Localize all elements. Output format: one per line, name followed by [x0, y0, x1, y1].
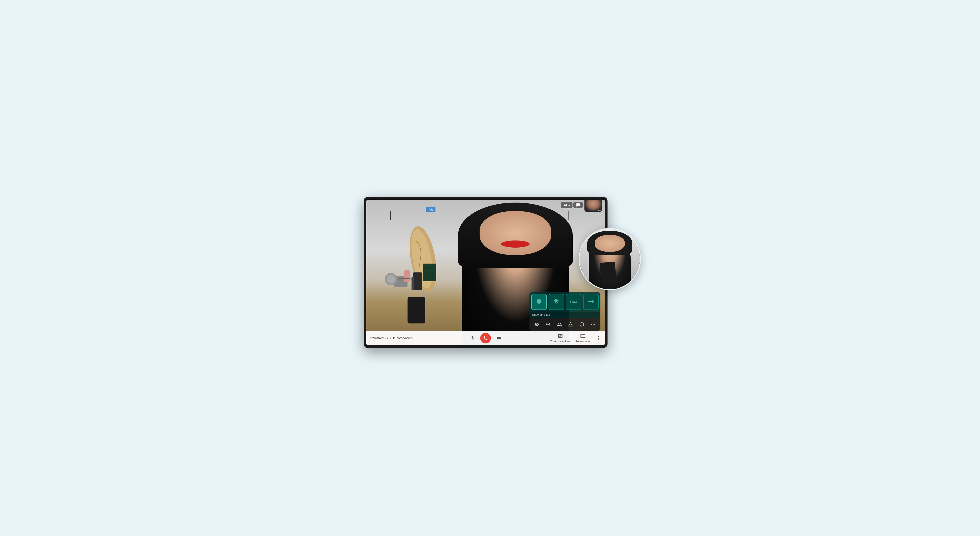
avatar-face: [595, 235, 625, 252]
ar-triangle-button[interactable]: [566, 319, 575, 329]
ar-expand-button[interactable]: [583, 294, 599, 310]
bottom-right-actions: Turn on captions Present now: [550, 333, 601, 343]
chat-button[interactable]: [573, 202, 583, 208]
presenter-face: [480, 211, 551, 255]
captions-icon: [557, 333, 563, 339]
ar-bottom-label: Show-and-tell —: [530, 312, 600, 318]
meeting-title-area: brainstorm G Suite coronavirus: [370, 336, 417, 340]
ar-eye-button[interactable]: [532, 319, 542, 329]
svg-rect-6: [413, 273, 422, 290]
ar-people-button[interactable]: [555, 319, 564, 329]
avatar-phone: [600, 262, 617, 284]
present-icon: [580, 333, 586, 339]
top-bar: 5 You: [366, 200, 605, 210]
svg-point-23: [593, 324, 593, 325]
svg-marker-16: [592, 300, 594, 303]
captions-button[interactable]: Turn on captions: [550, 333, 570, 343]
bottom-center-controls: [467, 333, 504, 343]
laptop-screen: AR 5: [366, 200, 605, 345]
svg-point-27: [598, 339, 599, 340]
more-options-button[interactable]: [595, 335, 601, 341]
ar-top-row: X-RAY: [530, 292, 600, 312]
chevron-up-icon: [414, 337, 417, 340]
show-and-tell-label: Show-and-tell: [532, 313, 550, 316]
present-now-label: Present now: [575, 340, 590, 343]
ar-xray-button[interactable]: X-RAY: [566, 294, 581, 310]
laptop: AR 5: [364, 197, 608, 348]
camera-button[interactable]: [493, 333, 504, 343]
participants-button[interactable]: 5: [561, 202, 573, 208]
svg-point-18: [547, 324, 549, 325]
svg-point-24: [594, 324, 595, 325]
ar-collapse-button[interactable]: —: [595, 313, 598, 316]
more-options-icon: [595, 335, 601, 341]
layers-icon: [553, 298, 559, 306]
svg-marker-21: [568, 322, 573, 326]
ar-box-button[interactable]: [577, 319, 587, 329]
mic-icon: [470, 336, 475, 341]
svg-point-22: [591, 324, 592, 325]
xray-label: X-RAY: [570, 301, 578, 303]
mic-button[interactable]: [467, 333, 477, 343]
svg-rect-7: [412, 277, 414, 290]
svg-rect-5: [407, 297, 425, 324]
meeting-title-text: brainstorm G Suite coronavirus: [370, 336, 413, 340]
floating-avatar: [579, 228, 641, 290]
participants-count: 5: [568, 204, 570, 206]
floating-avatar-video: [579, 229, 640, 289]
ar-settings-button[interactable]: [543, 319, 553, 329]
present-now-button[interactable]: Present now: [575, 333, 590, 343]
cube-icon: [536, 298, 542, 306]
scene: AR 5: [357, 184, 623, 352]
ar-cube-button[interactable]: [531, 294, 547, 310]
top-right-controls: 5 You: [561, 200, 602, 212]
expand-icon: [588, 299, 594, 305]
camera-icon: [496, 336, 501, 341]
svg-rect-4: [404, 270, 410, 282]
participants-icon: [563, 203, 568, 207]
end-call-icon: [483, 336, 488, 341]
ar-layers-button[interactable]: [549, 294, 564, 310]
ar-second-row: [530, 318, 600, 331]
video-background: AR 5: [366, 200, 605, 345]
chat-icon: [576, 203, 580, 207]
svg-point-13: [387, 275, 395, 283]
end-call-button[interactable]: [480, 333, 491, 343]
bottom-bar: brainstorm G Suite coronavirus: [366, 331, 605, 345]
captions-label: Turn on captions: [550, 340, 570, 343]
ar-toolbar: X-RAY: [530, 292, 600, 331]
svg-point-26: [598, 338, 599, 338]
you-thumbnail-container: You: [584, 200, 602, 212]
svg-marker-15: [588, 300, 589, 303]
ar-more-button[interactable]: [588, 319, 598, 329]
you-label: You: [598, 209, 601, 211]
svg-point-25: [598, 336, 599, 337]
